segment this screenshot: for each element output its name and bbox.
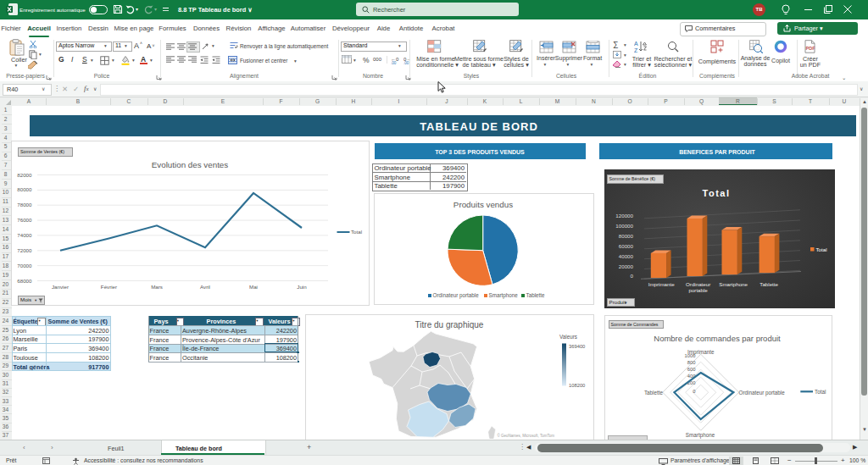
svg-text:78000: 78000 (17, 202, 32, 208)
svg-text:Total: Total (816, 246, 827, 252)
svg-text:Mai: Mai (249, 284, 258, 290)
svg-text:80000: 80000 (17, 186, 32, 192)
svg-text:Imprimante: Imprimante (687, 349, 714, 356)
svg-text:74000: 74000 (17, 232, 32, 238)
svg-text:Smartphone: Smartphone (685, 432, 715, 439)
svg-text:108200: 108200 (569, 383, 585, 388)
svg-text:40000: 40000 (619, 252, 634, 258)
svg-text:Avril: Avril (200, 284, 210, 290)
svg-text:800: 800 (687, 360, 695, 365)
svg-text:100000: 100000 (615, 223, 633, 229)
svg-text:600: 600 (687, 366, 695, 371)
svg-text:Tablette: Tablette (643, 389, 663, 395)
svg-text:Mars: Mars (151, 284, 163, 290)
svg-text:80000: 80000 (619, 232, 634, 238)
svg-text:70000: 70000 (17, 263, 32, 268)
svg-text:A: A (634, 41, 638, 47)
svg-text:Tablette: Tablette (760, 280, 778, 286)
svg-text:82000: 82000 (17, 172, 32, 178)
svg-text:Février: Février (101, 284, 117, 290)
svg-text:20000: 20000 (619, 263, 634, 268)
svg-text:0: 0 (693, 388, 695, 393)
svg-text:Imprimante: Imprimante (648, 280, 676, 286)
svg-text:76000: 76000 (17, 217, 32, 223)
svg-text:Ordinateur portable: Ordinateur portable (738, 389, 785, 396)
svg-text:60000: 60000 (619, 242, 634, 248)
svg-text:Z: Z (634, 47, 638, 53)
svg-text:0: 0 (631, 273, 634, 279)
svg-text:Ordinateur: Ordinateur (686, 280, 710, 286)
svg-text:72000: 72000 (17, 247, 32, 253)
svg-text:369400: 369400 (569, 344, 585, 349)
svg-text:Juin: Juin (297, 284, 307, 290)
svg-text:PDF: PDF (806, 46, 816, 51)
svg-text:68000: 68000 (17, 278, 32, 284)
svg-text:.00: .00 (391, 61, 397, 64)
svg-text:Janvier: Janvier (52, 284, 69, 290)
svg-text:120000: 120000 (615, 212, 633, 218)
svg-text:Valeurs: Valeurs (559, 334, 577, 340)
svg-text:portable: portable (688, 287, 708, 293)
svg-text:© GeoNames, Microsoft, TomTom: © GeoNames, Microsoft, TomTom (498, 433, 555, 438)
svg-text:Total: Total (815, 388, 826, 394)
svg-text:Smartphone: Smartphone (719, 280, 748, 286)
svg-text:Total: Total (351, 229, 362, 235)
